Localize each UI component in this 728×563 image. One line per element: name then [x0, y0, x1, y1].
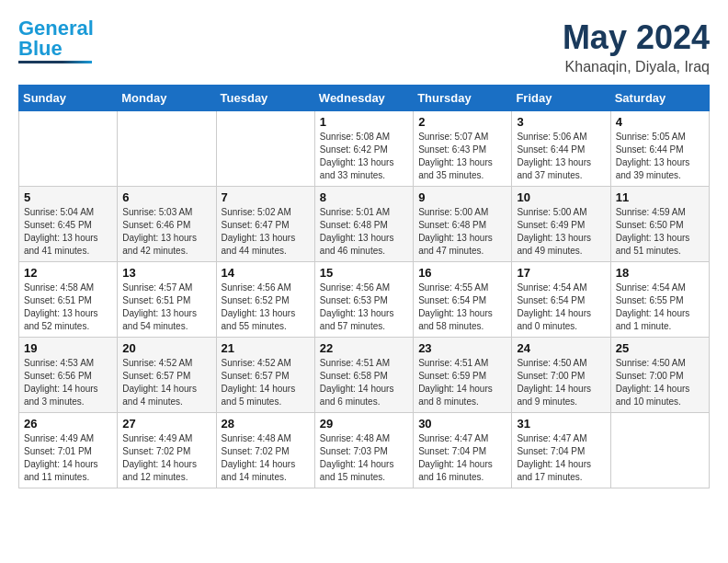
day-number: 19 — [24, 341, 112, 355]
day-info: Sunrise: 5:07 AM Sunset: 6:43 PM Dayligh… — [418, 131, 506, 182]
calendar-cell: 18Sunrise: 4:54 AM Sunset: 6:55 PM Dayli… — [610, 262, 709, 338]
day-info: Sunrise: 4:48 AM Sunset: 7:02 PM Dayligh… — [222, 432, 310, 484]
calendar-cell: 8Sunrise: 5:01 AM Sunset: 6:48 PM Daylig… — [314, 187, 413, 262]
calendar-cell: 16Sunrise: 4:55 AM Sunset: 6:54 PM Dayli… — [414, 262, 512, 338]
calendar-cell: 21Sunrise: 4:52 AM Sunset: 6:57 PM Dayli… — [216, 338, 314, 413]
calendar-cell: 26Sunrise: 4:49 AM Sunset: 7:01 PM Dayli… — [19, 413, 118, 488]
day-info: Sunrise: 5:04 AM Sunset: 6:45 PM Dayligh… — [24, 206, 112, 258]
day-info: Sunrise: 4:50 AM Sunset: 7:00 PM Dayligh… — [517, 357, 605, 408]
day-info: Sunrise: 4:53 AM Sunset: 6:56 PM Dayligh… — [24, 357, 112, 408]
calendar-cell: 12Sunrise: 4:58 AM Sunset: 6:51 PM Dayli… — [19, 262, 118, 338]
calendar-cell: 6Sunrise: 5:03 AM Sunset: 6:46 PM Daylig… — [118, 187, 216, 262]
calendar-cell: 2Sunrise: 5:07 AM Sunset: 6:43 PM Daylig… — [414, 111, 512, 187]
day-number: 13 — [122, 266, 210, 280]
calendar-cell: 17Sunrise: 4:54 AM Sunset: 6:54 PM Dayli… — [512, 262, 610, 338]
calendar-header-row: SundayMondayTuesdayWednesdayThursdayFrid… — [19, 86, 710, 111]
calendar-cell: 1Sunrise: 5:08 AM Sunset: 6:42 PM Daylig… — [314, 111, 413, 187]
day-number: 7 — [222, 190, 310, 204]
calendar-week-2: 5Sunrise: 5:04 AM Sunset: 6:45 PM Daylig… — [19, 187, 710, 262]
day-info: Sunrise: 4:54 AM Sunset: 6:55 PM Dayligh… — [616, 282, 704, 333]
calendar-cell: 9Sunrise: 5:00 AM Sunset: 6:48 PM Daylig… — [414, 187, 512, 262]
calendar-table: SundayMondayTuesdayWednesdayThursdayFrid… — [18, 85, 710, 488]
page-header: General Blue May 2024 Khanaqin, Diyala, … — [18, 18, 710, 75]
day-number: 18 — [616, 266, 704, 280]
day-number: 8 — [320, 190, 408, 204]
weekday-header-monday: Monday — [118, 86, 216, 111]
day-info: Sunrise: 4:52 AM Sunset: 6:57 PM Dayligh… — [222, 357, 310, 408]
calendar-cell: 14Sunrise: 4:56 AM Sunset: 6:52 PM Dayli… — [216, 262, 314, 338]
calendar-cell — [610, 413, 709, 488]
weekday-header-sunday: Sunday — [19, 86, 118, 111]
day-number: 6 — [122, 190, 210, 204]
calendar-cell — [216, 111, 314, 187]
day-number: 25 — [616, 341, 704, 355]
calendar-cell: 31Sunrise: 4:47 AM Sunset: 7:04 PM Dayli… — [512, 413, 610, 488]
day-info: Sunrise: 4:48 AM Sunset: 7:03 PM Dayligh… — [320, 432, 408, 484]
weekday-header-saturday: Saturday — [610, 86, 709, 111]
day-number: 9 — [418, 190, 506, 204]
calendar-cell: 22Sunrise: 4:51 AM Sunset: 6:58 PM Dayli… — [314, 338, 413, 413]
day-info: Sunrise: 5:00 AM Sunset: 6:49 PM Dayligh… — [517, 206, 605, 258]
calendar-cell: 7Sunrise: 5:02 AM Sunset: 6:47 PM Daylig… — [216, 187, 314, 262]
day-info: Sunrise: 4:51 AM Sunset: 6:58 PM Dayligh… — [320, 357, 408, 408]
calendar-cell: 10Sunrise: 5:00 AM Sunset: 6:49 PM Dayli… — [512, 187, 610, 262]
calendar-cell: 4Sunrise: 5:05 AM Sunset: 6:44 PM Daylig… — [610, 111, 709, 187]
day-info: Sunrise: 5:03 AM Sunset: 6:46 PM Dayligh… — [122, 206, 210, 258]
calendar-week-1: 1Sunrise: 5:08 AM Sunset: 6:42 PM Daylig… — [19, 111, 710, 187]
calendar-cell: 13Sunrise: 4:57 AM Sunset: 6:51 PM Dayli… — [118, 262, 216, 338]
day-number: 14 — [222, 266, 310, 280]
day-info: Sunrise: 4:56 AM Sunset: 6:53 PM Dayligh… — [320, 282, 408, 333]
day-info: Sunrise: 4:57 AM Sunset: 6:51 PM Dayligh… — [122, 282, 210, 333]
calendar-week-3: 12Sunrise: 4:58 AM Sunset: 6:51 PM Dayli… — [19, 262, 710, 338]
day-number: 24 — [517, 341, 605, 355]
calendar-cell: 3Sunrise: 5:06 AM Sunset: 6:44 PM Daylig… — [512, 111, 610, 187]
day-number: 16 — [418, 266, 506, 280]
day-number: 31 — [517, 417, 605, 431]
calendar-cell: 19Sunrise: 4:53 AM Sunset: 6:56 PM Dayli… — [19, 338, 118, 413]
day-number: 27 — [122, 417, 210, 431]
day-info: Sunrise: 5:06 AM Sunset: 6:44 PM Dayligh… — [517, 131, 605, 182]
day-number: 12 — [24, 266, 112, 280]
calendar-cell — [19, 111, 118, 187]
day-number: 5 — [24, 190, 112, 204]
day-info: Sunrise: 5:01 AM Sunset: 6:48 PM Dayligh… — [320, 206, 408, 258]
calendar-cell: 15Sunrise: 4:56 AM Sunset: 6:53 PM Dayli… — [314, 262, 413, 338]
calendar-cell — [118, 111, 216, 187]
calendar-cell: 11Sunrise: 4:59 AM Sunset: 6:50 PM Dayli… — [610, 187, 709, 262]
day-info: Sunrise: 4:54 AM Sunset: 6:54 PM Dayligh… — [517, 282, 605, 333]
day-number: 28 — [222, 417, 310, 431]
calendar-cell: 23Sunrise: 4:51 AM Sunset: 6:59 PM Dayli… — [414, 338, 512, 413]
calendar-cell: 25Sunrise: 4:50 AM Sunset: 7:00 PM Dayli… — [610, 338, 709, 413]
day-number: 17 — [517, 266, 605, 280]
day-info: Sunrise: 4:47 AM Sunset: 7:04 PM Dayligh… — [418, 432, 506, 484]
day-number: 2 — [418, 115, 506, 129]
weekday-header-thursday: Thursday — [414, 86, 512, 111]
day-number: 4 — [616, 115, 704, 129]
logo-line — [18, 61, 92, 63]
day-info: Sunrise: 4:50 AM Sunset: 7:00 PM Dayligh… — [616, 357, 704, 408]
day-info: Sunrise: 5:05 AM Sunset: 6:44 PM Dayligh… — [616, 131, 704, 182]
day-number: 30 — [418, 417, 506, 431]
day-info: Sunrise: 4:59 AM Sunset: 6:50 PM Dayligh… — [616, 206, 704, 258]
day-info: Sunrise: 4:49 AM Sunset: 7:02 PM Dayligh… — [122, 432, 210, 484]
weekday-header-wednesday: Wednesday — [314, 86, 413, 111]
calendar-cell: 20Sunrise: 4:52 AM Sunset: 6:57 PM Dayli… — [118, 338, 216, 413]
day-info: Sunrise: 4:52 AM Sunset: 6:57 PM Dayligh… — [122, 357, 210, 408]
month-title: May 2024 — [563, 18, 710, 57]
logo: General Blue — [18, 18, 94, 63]
day-info: Sunrise: 5:00 AM Sunset: 6:48 PM Dayligh… — [418, 206, 506, 258]
day-info: Sunrise: 5:08 AM Sunset: 6:42 PM Dayligh… — [320, 131, 408, 182]
calendar-week-5: 26Sunrise: 4:49 AM Sunset: 7:01 PM Dayli… — [19, 413, 710, 488]
day-number: 22 — [320, 341, 408, 355]
day-number: 26 — [24, 417, 112, 431]
calendar-cell: 5Sunrise: 5:04 AM Sunset: 6:45 PM Daylig… — [19, 187, 118, 262]
day-info: Sunrise: 4:49 AM Sunset: 7:01 PM Dayligh… — [24, 432, 112, 484]
logo-blue: Blue — [18, 37, 63, 60]
calendar-cell: 28Sunrise: 4:48 AM Sunset: 7:02 PM Dayli… — [216, 413, 314, 488]
weekday-header-friday: Friday — [512, 86, 610, 111]
day-number: 3 — [517, 115, 605, 129]
calendar-cell: 27Sunrise: 4:49 AM Sunset: 7:02 PM Dayli… — [118, 413, 216, 488]
day-info: Sunrise: 4:51 AM Sunset: 6:59 PM Dayligh… — [418, 357, 506, 408]
day-info: Sunrise: 5:02 AM Sunset: 6:47 PM Dayligh… — [222, 206, 310, 258]
day-info: Sunrise: 4:47 AM Sunset: 7:04 PM Dayligh… — [517, 432, 605, 484]
